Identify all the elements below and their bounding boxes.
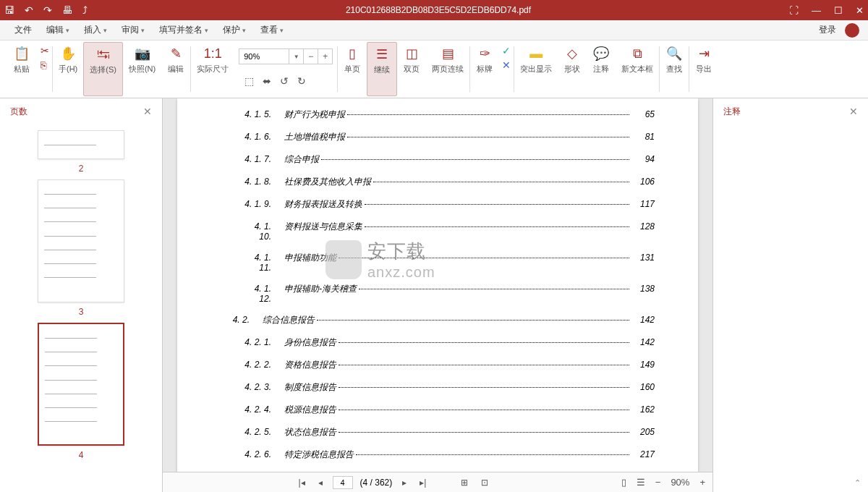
last-page-icon[interactable]: ▸| — [417, 478, 429, 488]
close-icon[interactable]: ✕ — [856, 5, 864, 16]
quick-access: 🖫 ↶ ↷ 🖶 ⤴ — [4, 4, 88, 16]
ribbon: 📋粘贴 ✂⎘ ✋手(H) ⭾选择(S) 📷快照(N) ✎编辑 1:1实际尺寸 ▼… — [0, 41, 868, 98]
menu-review[interactable]: 审阅▾ — [116, 24, 150, 36]
window-buttons: ⛶ — ☐ ✕ — [789, 5, 864, 16]
menu-insert[interactable]: 插入▾ — [78, 24, 113, 36]
save-icon[interactable]: 🖫 — [4, 4, 14, 16]
toc-row: 4. 1. 7.综合申报94 — [221, 153, 655, 166]
snapshot-tool[interactable]: 📷快照(N) — [123, 42, 161, 96]
toc-row: 4. 1. 10.资料报送与信息采集128 — [221, 221, 655, 242]
pages-panel-title: 页数 — [10, 106, 27, 118]
toc-row: 4. 1. 12.申报辅助-海关稽查138 — [221, 283, 655, 304]
fit-width-icon[interactable]: ⬌ — [263, 75, 271, 87]
toc-row: 4. 2. 3.制度信息报告160 — [221, 381, 655, 394]
menu-file[interactable]: 文件 — [9, 24, 38, 36]
zoom-out-icon[interactable]: − — [655, 477, 661, 488]
toc-row: 4. 2. 5.状态信息报告205 — [221, 426, 655, 438]
double-page-button[interactable]: ◫双页 — [397, 42, 426, 96]
toc-row: 4. 1. 11.申报辅助功能131 — [221, 252, 655, 273]
menu-view[interactable]: 查看▾ — [255, 24, 289, 36]
rotate-right-icon[interactable]: ↻ — [297, 75, 306, 87]
next-page-icon[interactable]: ▸ — [399, 478, 409, 488]
print-icon[interactable]: 🖶 — [62, 4, 72, 16]
thumbnail-page-3[interactable]: ————————————————————————————————————————… — [38, 179, 124, 317]
zoom-out-button[interactable]: − — [304, 48, 318, 64]
titlebar: 🖫 ↶ ↷ 🖶 ⤴ 210C012688B2DB08D3E5C5D2EDB6DD… — [0, 0, 868, 20]
page-info: (4 / 362) — [360, 478, 393, 488]
undo-icon[interactable]: ↶ — [25, 4, 33, 16]
single-page-button[interactable]: ▯单页 — [338, 42, 367, 96]
thumbnail-page-2[interactable]: ————————————————————————————————————————… — [38, 130, 124, 174]
menu-protect[interactable]: 保护▾ — [217, 24, 252, 36]
zoom-in-button[interactable]: + — [318, 48, 333, 64]
continuous-button[interactable]: ☰继续 — [367, 42, 397, 96]
pages-panel: 页数✕ ————————————————————————————————————… — [0, 98, 163, 492]
first-page-icon[interactable]: |◂ — [295, 478, 307, 488]
menu-fillsign[interactable]: 填写并签名▾ — [153, 24, 214, 36]
toc-row: 4. 2. 4.税源信息报告162 — [221, 404, 655, 416]
hand-tool[interactable]: ✋手(H) — [53, 42, 83, 96]
view1-icon[interactable]: ▯ — [621, 477, 626, 488]
toc-row: 4. 2. 2.资格信息报告149 — [221, 359, 655, 371]
shape-button[interactable]: ◇形状 — [558, 42, 587, 96]
redo-icon[interactable]: ↷ — [43, 4, 52, 16]
toc-row: 4. 2. 6.特定涉税信息报告217 — [221, 449, 655, 461]
toc-row: 4. 1. 6.土地增值税申报81 — [221, 131, 655, 143]
menu-edit[interactable]: 编辑▾ — [41, 24, 75, 36]
find-button[interactable]: 🔍查找 — [660, 42, 689, 96]
export-button[interactable]: ⇥导出 — [689, 42, 718, 96]
typewriter-button[interactable]: ✑标牌 — [470, 42, 499, 96]
document-area: 4. 1. 5.财产行为税申报654. 1. 6.土地增值税申报814. 1. … — [163, 98, 712, 492]
nav-extra2-icon[interactable]: ⊡ — [478, 478, 491, 488]
highlight-button[interactable]: ▬突出显示 — [514, 42, 558, 96]
nav-extra1-icon[interactable]: ⊞ — [458, 478, 471, 488]
zoom-label: 90% — [671, 477, 689, 488]
page-input[interactable] — [333, 476, 353, 489]
comment-button[interactable]: 💬注释 — [587, 42, 616, 96]
edit-tool[interactable]: ✎编辑 — [161, 42, 190, 96]
toc-row: 4. 1. 9.财务报表报送及转换117 — [221, 198, 655, 211]
document-scroll[interactable]: 4. 1. 5.财产行为税申报654. 1. 6.土地增值税申报814. 1. … — [163, 98, 712, 472]
double-continuous-button[interactable]: ▤两页连续 — [426, 42, 469, 96]
fit-page-icon[interactable]: ⬚ — [244, 75, 254, 87]
select-tool[interactable]: ⭾选择(S) — [83, 42, 123, 96]
paste-button[interactable]: 📋粘贴 — [6, 42, 38, 96]
zoom-control: ▼ − + — [239, 48, 333, 65]
actualsize-button[interactable]: 1:1实际尺寸 — [191, 42, 234, 96]
toc-row: 4. 2.综合信息报告142 — [221, 314, 655, 326]
document-page: 4. 1. 5.财产行为税申报654. 1. 6.土地增值税申报814. 1. … — [177, 98, 698, 472]
close-icon[interactable]: ✕ — [849, 106, 858, 117]
window-title: 210C012688B2DB08D3E5C5D2EDB6DD74.pdf — [88, 5, 789, 15]
minimize-icon[interactable]: — — [812, 5, 821, 16]
toc-row: 4. 1. 5.财产行为税申报65 — [221, 109, 655, 121]
ribbon-collapse-icon[interactable]: ⌃ — [854, 478, 861, 488]
rotate-left-icon[interactable]: ↺ — [280, 75, 289, 87]
annotations-panel-title: 注释 — [723, 106, 741, 118]
avatar[interactable] — [845, 23, 859, 38]
cut-icon[interactable]: ✂ — [41, 45, 49, 56]
check-icon[interactable]: ✓ — [502, 45, 511, 56]
view2-icon[interactable]: ☰ — [637, 477, 645, 488]
textbox-button[interactable]: ⧉新文本框 — [616, 42, 659, 96]
toc-row: 4. 2. 1.身份信息报告142 — [221, 336, 655, 349]
prev-page-icon[interactable]: ◂ — [315, 478, 326, 488]
menubar: 文件 编辑▾ 插入▾ 审阅▾ 填写并签名▾ 保护▾ 查看▾ 登录 — [0, 20, 868, 41]
login-button[interactable]: 登录 — [813, 24, 842, 36]
cross-icon[interactable]: ✕ — [502, 59, 511, 71]
zoom-input[interactable] — [239, 48, 289, 64]
annotations-panel: 注释✕ — [712, 98, 868, 492]
maximize-icon[interactable]: ☐ — [834, 5, 843, 16]
close-icon[interactable]: ✕ — [143, 106, 152, 117]
thumbnails[interactable]: ————————————————————————————————————————… — [0, 124, 162, 492]
copy-icon[interactable]: ⎘ — [41, 59, 49, 71]
fullscreen-icon[interactable]: ⛶ — [789, 5, 799, 16]
toc-row: 4. 1. 8.社保费及其他收入申报106 — [221, 176, 655, 188]
workspace: 页数✕ ————————————————————————————————————… — [0, 98, 868, 492]
share-icon[interactable]: ⤴ — [82, 4, 88, 16]
statusbar: |◂ ◂ (4 / 362) ▸ ▸| ⊞ ⊡ ▯ ☰ − 90% + — [163, 472, 712, 492]
thumbnail-page-4[interactable]: ————————————————————————————————————————… — [38, 323, 124, 460]
zoom-dropdown[interactable]: ▼ — [289, 48, 304, 64]
zoom-in-icon[interactable]: + — [699, 477, 705, 488]
